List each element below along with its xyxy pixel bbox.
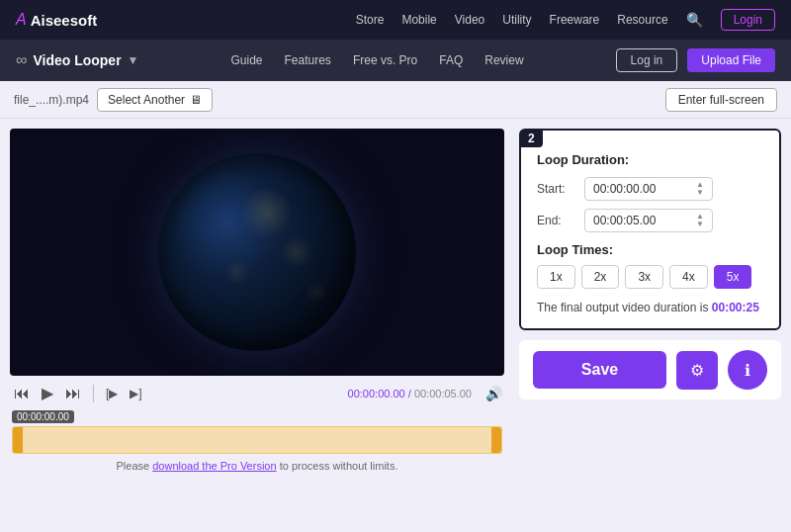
start-label: Start: (537, 182, 584, 196)
nav-mobile[interactable]: Mobile (401, 13, 436, 27)
loop-1x-button[interactable]: 1x (537, 265, 575, 289)
timeline-handle-left[interactable] (13, 427, 23, 453)
loop-start-button[interactable]: [▶ (104, 385, 120, 402)
start-time-value: 00:00:00.00 (593, 182, 656, 196)
end-time-spinners[interactable]: ▲ ▼ (696, 213, 704, 228)
loop-times-title: Loop Times: (537, 242, 763, 257)
timeline-start-label: 00:00:00.00 (12, 410, 74, 423)
step-number: 2 (520, 130, 543, 147)
output-duration-value: 00:00:25 (712, 301, 759, 314)
video-player (10, 129, 504, 376)
video-area: ⏮ ▶ ⏭ [▶ ▶] 00:00:00.00 / 00:00:05.00 🔊 … (0, 119, 514, 532)
pro-message-suffix: to process without limits. (277, 460, 398, 472)
output-duration: The final output video duration is 00:00… (537, 301, 763, 314)
loop-end-button[interactable]: ▶] (128, 385, 143, 402)
sub-nav-actions: Log in Upload File (616, 48, 775, 72)
nav-guide[interactable]: Guide (230, 53, 262, 67)
loop-times-buttons: 1x 2x 3x 4x 5x (537, 265, 763, 289)
timeline-area: 00:00:00.00 (10, 408, 504, 454)
save-button[interactable]: Save (533, 351, 666, 389)
time-display: 00:00:00.00 / 00:00:05.00 (348, 388, 472, 399)
timeline-handle-right[interactable] (491, 427, 501, 453)
start-time-input[interactable]: 00:00:00.00 ▲ ▼ (584, 177, 713, 201)
loop-3x-button[interactable]: 3x (625, 265, 663, 289)
logo: A Aiseesoft (16, 11, 97, 29)
top-nav-links: Store Mobile Video Utility Freeware Reso… (356, 9, 775, 31)
main-content: ⏮ ▶ ⏭ [▶ ▶] 00:00:00.00 / 00:00:05.00 🔊 … (0, 119, 791, 532)
time-separator: / (408, 388, 411, 399)
end-field: End: 00:00:05.00 ▲ ▼ (537, 209, 763, 232)
skip-back-button[interactable]: ⏮ (12, 383, 32, 404)
start-time-spinners[interactable]: ▲ ▼ (696, 181, 704, 197)
nav-features[interactable]: Features (285, 53, 331, 67)
settings-button[interactable]: ⚙ (676, 351, 718, 390)
nav-utility[interactable]: Utility (502, 13, 531, 27)
login-button[interactable]: Login (721, 9, 775, 31)
loop-icon: ∞ (16, 51, 27, 69)
nav-free-vs-pro[interactable]: Free vs. Pro (353, 53, 417, 67)
file-name: file_....m).mp4 (14, 93, 89, 107)
controls-divider (93, 385, 94, 402)
output-prefix: The final output video duration is (537, 301, 712, 314)
save-panel: Save ⚙ ℹ (519, 340, 781, 399)
top-nav: A Aiseesoft Store Mobile Video Utility F… (0, 0, 791, 40)
pro-message-prefix: Please (117, 460, 153, 472)
sub-login-button[interactable]: Log in (616, 48, 678, 72)
nav-review[interactable]: Review (484, 53, 523, 67)
loop-2x-button[interactable]: 2x (581, 265, 620, 289)
playback-controls: ⏮ ▶ ⏭ [▶ ▶] 00:00:00.00 / 00:00:05.00 🔊 (10, 376, 504, 408)
select-another-button[interactable]: Select Another 🖥 (97, 88, 213, 112)
sub-nav-links: Guide Features Free vs. Pro FAQ Review (230, 53, 523, 67)
right-panel: 2 Loop Duration: Start: 00:00:00.00 ▲ ▼ … (514, 119, 791, 532)
tool-name: Video Looper (33, 52, 121, 68)
sub-nav: ∞ Video Looper ▼ Guide Features Free vs.… (0, 40, 791, 81)
video-thumbnail (158, 153, 356, 351)
nav-resource[interactable]: Resource (617, 13, 667, 27)
toolbar: file_....m).mp4 Select Another 🖥 Enter f… (0, 81, 791, 119)
info-button[interactable]: ℹ (728, 350, 767, 390)
search-icon[interactable]: 🔍 (686, 12, 703, 28)
loop-duration-title: Loop Duration: (537, 152, 763, 167)
nav-video[interactable]: Video (455, 13, 484, 27)
start-field: Start: 00:00:00.00 ▲ ▼ (537, 177, 763, 201)
current-time: 00:00:00.00 (348, 388, 405, 399)
toolbar-left: file_....m).mp4 Select Another 🖥 (14, 88, 213, 112)
nav-store[interactable]: Store (356, 13, 385, 27)
skip-forward-button[interactable]: ⏭ (63, 383, 83, 404)
end-label: End: (537, 214, 584, 227)
logo-text: Aiseesoft (31, 12, 98, 29)
end-time-value: 00:00:05.00 (593, 214, 656, 227)
earth-atmosphere (158, 153, 356, 351)
end-time-input[interactable]: 00:00:05.00 ▲ ▼ (584, 209, 713, 232)
fullscreen-button[interactable]: Enter full-screen (665, 88, 777, 112)
pro-version-link[interactable]: download the Pro Version (152, 460, 276, 472)
pro-message: Please download the Pro Version to proce… (10, 460, 504, 472)
end-time-down[interactable]: ▼ (696, 221, 704, 228)
total-time: 00:00:05.00 (414, 388, 472, 399)
play-button[interactable]: ▶ (40, 382, 55, 404)
sub-nav-left: ∞ Video Looper ▼ (16, 51, 139, 69)
monitor-icon: 🖥 (190, 93, 202, 107)
volume-icon[interactable]: 🔊 (485, 386, 502, 401)
loop-4x-button[interactable]: 4x (669, 265, 708, 289)
upload-file-button[interactable]: Upload File (687, 48, 775, 72)
nav-faq[interactable]: FAQ (439, 53, 463, 67)
start-time-down[interactable]: ▼ (696, 189, 704, 197)
timeline-track[interactable] (12, 426, 502, 454)
select-another-label: Select Another (108, 93, 185, 107)
dropdown-arrow-icon[interactable]: ▼ (128, 53, 139, 67)
nav-freeware[interactable]: Freeware (550, 13, 600, 27)
loop-5x-button[interactable]: 5x (714, 265, 752, 289)
loop-settings-card: 2 Loop Duration: Start: 00:00:00.00 ▲ ▼ … (519, 129, 781, 330)
